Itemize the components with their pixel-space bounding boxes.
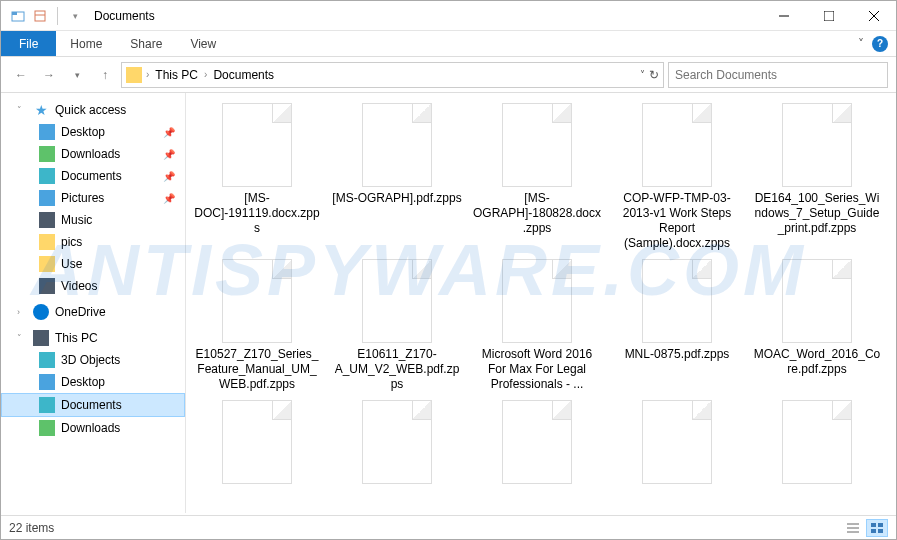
file-tab[interactable]: File <box>1 31 56 56</box>
file-item[interactable]: DE164_100_Series_Windows_7_Setup_Guide_p… <box>752 103 882 251</box>
desktop-icon <box>39 124 55 140</box>
large-icons-view-button[interactable] <box>866 519 888 537</box>
svg-rect-12 <box>878 523 883 527</box>
this-pc-icon <box>33 330 49 346</box>
close-button[interactable] <box>851 1 896 31</box>
file-item[interactable] <box>472 400 602 488</box>
qat: ▾ <box>1 7 84 25</box>
sidebar-item-desktop[interactable]: Desktop📌 <box>1 121 185 143</box>
details-view-button[interactable] <box>842 519 864 537</box>
maximize-button[interactable] <box>806 1 851 31</box>
svg-rect-13 <box>871 529 876 533</box>
tab-share[interactable]: Share <box>116 31 176 56</box>
navigation-pane[interactable]: ˅ ★ Quick access Desktop📌 Downloads📌 Doc… <box>1 93 186 513</box>
file-item[interactable]: MNL-0875.pdf.zpps <box>612 259 742 392</box>
file-icon <box>642 259 712 343</box>
onedrive-icon <box>33 304 49 320</box>
file-item[interactable] <box>192 400 322 488</box>
svg-rect-11 <box>871 523 876 527</box>
desktop-icon <box>39 374 55 390</box>
documents-icon <box>39 397 55 413</box>
sidebar-item-videos[interactable]: Videos <box>1 275 185 297</box>
help-icon[interactable]: ? <box>872 36 888 52</box>
file-icon <box>362 400 432 484</box>
properties-qat-icon[interactable] <box>31 7 49 25</box>
file-item[interactable]: MOAC_Word_2016_Core.pdf.zpps <box>752 259 882 392</box>
file-name: [MS-DOC]-191119.docx.zpps <box>192 191 322 236</box>
file-icon <box>362 259 432 343</box>
sidebar-item-documents[interactable]: Documents📌 <box>1 165 185 187</box>
folder-icon <box>126 67 142 83</box>
file-item[interactable]: COP-WFP-TMP-03-2013-v1 Work Steps Report… <box>612 103 742 251</box>
file-list[interactable]: [MS-DOC]-191119.docx.zpps[MS-OGRAPH].pdf… <box>186 93 896 513</box>
sidebar-item-downloads[interactable]: Downloads📌 <box>1 143 185 165</box>
sidebar-item-downloads-pc[interactable]: Downloads <box>1 417 185 439</box>
expand-icon[interactable]: › <box>17 307 27 317</box>
file-icon <box>502 400 572 484</box>
refresh-icon[interactable]: ↻ <box>649 68 659 82</box>
file-icon <box>222 400 292 484</box>
expand-icon[interactable]: ˅ <box>17 333 27 343</box>
sidebar-item-3d-objects[interactable]: 3D Objects <box>1 349 185 371</box>
file-item[interactable]: E10527_Z170_Series_Feature_Manual_UM_WEB… <box>192 259 322 392</box>
expand-icon[interactable]: ˅ <box>17 105 27 115</box>
breadcrumb-documents[interactable]: Documents <box>211 68 276 82</box>
file-item[interactable]: E10611_Z170-A_UM_V2_WEB.pdf.zpps <box>332 259 462 392</box>
sidebar-item-music[interactable]: Music <box>1 209 185 231</box>
breadcrumb-this-pc[interactable]: This PC <box>153 68 200 82</box>
file-icon <box>782 103 852 187</box>
chevron-right-icon[interactable]: › <box>146 69 149 80</box>
svg-rect-2 <box>35 11 45 21</box>
3d-objects-icon <box>39 352 55 368</box>
file-icon <box>502 259 572 343</box>
file-icon <box>782 400 852 484</box>
file-item[interactable]: [MS-OGRAPH].pdf.zpps <box>332 103 462 251</box>
file-item[interactable]: Microsoft Word 2016 For Max For Legal Pr… <box>472 259 602 392</box>
star-icon: ★ <box>33 102 49 118</box>
sidebar-item-pics[interactable]: pics <box>1 231 185 253</box>
sidebar-item-documents-pc[interactable]: Documents <box>1 393 185 417</box>
music-icon <box>39 212 55 228</box>
sidebar-item-desktop-pc[interactable]: Desktop <box>1 371 185 393</box>
sidebar-label: Quick access <box>55 103 126 117</box>
back-button[interactable]: ← <box>9 63 33 87</box>
recent-locations-icon[interactable]: ▾ <box>65 63 89 87</box>
folder-qat-icon[interactable] <box>9 7 27 25</box>
file-item[interactable]: [MS-DOC]-191119.docx.zpps <box>192 103 322 251</box>
file-name: MNL-0875.pdf.zpps <box>625 347 730 362</box>
file-item[interactable] <box>752 400 882 488</box>
sidebar-this-pc[interactable]: ˅ This PC <box>1 327 185 349</box>
file-item[interactable]: [MS-OGRAPH]-180828.docx.zpps <box>472 103 602 251</box>
breadcrumb[interactable]: › This PC › Documents ˅ ↻ <box>121 62 664 88</box>
sidebar-onedrive[interactable]: › OneDrive <box>1 301 185 323</box>
downloads-icon <box>39 420 55 436</box>
videos-icon <box>39 278 55 294</box>
pin-icon: 📌 <box>163 171 175 182</box>
status-bar: 22 items <box>1 515 896 539</box>
pin-icon: 📌 <box>163 127 175 138</box>
qat-dropdown-icon[interactable]: ▾ <box>66 7 84 25</box>
file-name: DE164_100_Series_Windows_7_Setup_Guide_p… <box>752 191 882 236</box>
chevron-right-icon[interactable]: › <box>204 69 207 80</box>
qat-separator <box>57 7 58 25</box>
file-item[interactable] <box>612 400 742 488</box>
tab-view[interactable]: View <box>176 31 230 56</box>
sidebar-item-pictures[interactable]: Pictures📌 <box>1 187 185 209</box>
title-bar: ▾ Documents <box>1 1 896 31</box>
forward-button[interactable]: → <box>37 63 61 87</box>
up-button[interactable]: ↑ <box>93 63 117 87</box>
breadcrumb-dropdown-icon[interactable]: ˅ <box>640 69 645 80</box>
downloads-icon <box>39 146 55 162</box>
folder-icon <box>39 234 55 250</box>
search-box[interactable] <box>668 62 888 88</box>
svg-rect-5 <box>824 11 834 21</box>
sidebar-quick-access[interactable]: ˅ ★ Quick access <box>1 99 185 121</box>
file-icon <box>502 103 572 187</box>
ribbon-expand-icon[interactable]: ˅ <box>858 37 864 51</box>
file-name: E10527_Z170_Series_Feature_Manual_UM_WEB… <box>192 347 322 392</box>
minimize-button[interactable] <box>761 1 806 31</box>
tab-home[interactable]: Home <box>56 31 116 56</box>
sidebar-item-use[interactable]: Use <box>1 253 185 275</box>
file-item[interactable] <box>332 400 462 488</box>
search-input[interactable] <box>675 68 881 82</box>
